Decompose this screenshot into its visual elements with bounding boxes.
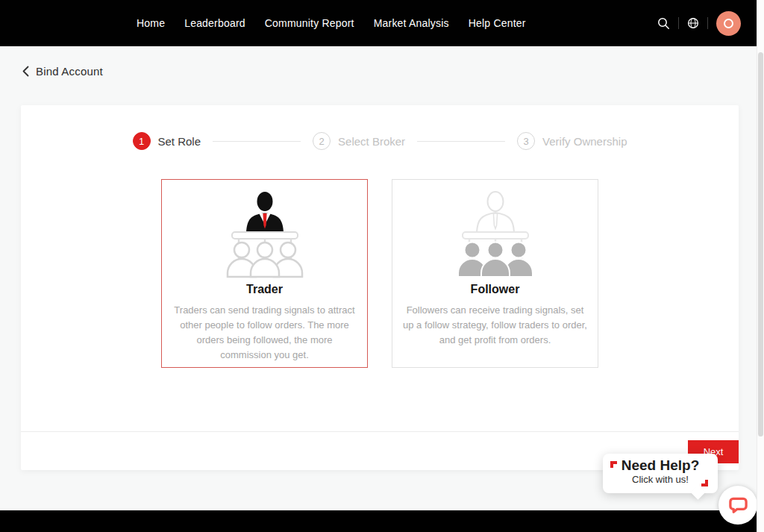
nav-item-help-center[interactable]: Help Center <box>469 17 526 29</box>
role-description: Traders can send trading signals to attr… <box>162 303 367 363</box>
step-label: Set Role <box>158 135 201 148</box>
step-connector <box>213 141 301 142</box>
role-options: Trader Traders can send trading signals … <box>21 179 739 368</box>
chevron-left-icon <box>22 66 29 77</box>
bind-account-panel: 1 Set Role 2 Select Broker 3 Verify Owne… <box>21 105 739 470</box>
role-title: Follower <box>392 283 598 296</box>
main-nav: Home Leaderboard Community Report Market… <box>137 17 526 29</box>
globe-icon[interactable] <box>687 17 699 29</box>
step-number-badge: 2 <box>313 132 331 150</box>
role-description: Followers can receive trading signals, s… <box>392 303 598 348</box>
avatar-placeholder-icon <box>724 19 733 28</box>
quote-corner-icon <box>701 480 708 486</box>
follower-audience-icon <box>392 190 598 280</box>
help-title: Need Help? <box>603 458 718 474</box>
step-label: Verify Ownership <box>542 135 627 148</box>
live-chat-button[interactable] <box>718 486 757 525</box>
stepper: 1 Set Role 2 Select Broker 3 Verify Owne… <box>21 105 739 150</box>
step-number-badge: 3 <box>517 132 535 150</box>
top-navbar: Home Leaderboard Community Report Market… <box>0 0 764 46</box>
footer-bar <box>0 510 764 532</box>
header-divider <box>707 17 708 29</box>
step-connector <box>417 141 505 142</box>
step-verify-ownership: 3 Verify Ownership <box>517 132 627 150</box>
vertical-scrollbar[interactable] <box>757 0 764 532</box>
scrollbar-thumb[interactable] <box>758 52 763 436</box>
nav-item-market-analysis[interactable]: Market Analysis <box>374 17 449 29</box>
breadcrumb[interactable]: Bind Account <box>22 65 103 78</box>
page-title: Bind Account <box>36 65 103 78</box>
header-divider <box>678 17 679 29</box>
role-title: Trader <box>162 283 367 296</box>
nav-item-community-report[interactable]: Community Report <box>265 17 354 29</box>
trader-podium-icon <box>162 190 367 280</box>
step-set-role: 1 Set Role <box>133 132 201 150</box>
avatar[interactable] <box>716 11 741 36</box>
step-select-broker: 2 Select Broker <box>313 132 405 150</box>
quote-corner-icon <box>610 461 617 468</box>
step-label: Select Broker <box>338 135 405 148</box>
chat-bubble-icon <box>728 495 748 516</box>
nav-item-home[interactable]: Home <box>137 17 165 29</box>
step-number-badge: 1 <box>133 132 151 150</box>
nav-item-leaderboard[interactable]: Leaderboard <box>184 17 245 29</box>
role-card-follower[interactable]: Follower Followers can receive trading s… <box>392 179 598 368</box>
tooltip-tail <box>691 486 704 499</box>
help-tooltip[interactable]: Need Help? Click with us! <box>603 454 718 493</box>
role-card-trader[interactable]: Trader Traders can send trading signals … <box>161 179 368 368</box>
search-icon[interactable] <box>657 17 670 30</box>
header-actions <box>657 0 741 46</box>
help-subtitle: Click with us! <box>603 474 718 485</box>
